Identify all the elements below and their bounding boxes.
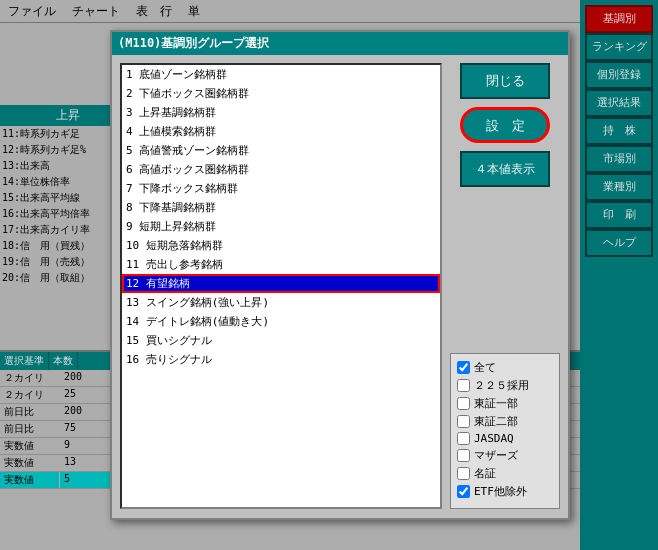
list-item[interactable]: 3 上昇基調銘柄群: [122, 103, 440, 122]
list-item[interactable]: 2 下値ボックス圏銘柄群: [122, 84, 440, 103]
list-item[interactable]: 10 短期急落銘柄群: [122, 236, 440, 255]
checkbox-row: 名証: [457, 466, 553, 481]
list-item[interactable]: 16 売りシグナル: [122, 350, 440, 369]
checkbox-label: マザーズ: [474, 448, 518, 463]
checkbox-row: ２２５採用: [457, 378, 553, 393]
right-controls: 閉じる 設 定 ４本値表示 全て２２５採用東証一部東証二部JASDAQマザーズ名…: [450, 63, 560, 509]
checkbox-label: 東証二部: [474, 414, 518, 429]
list-item[interactable]: 4 上値模索銘柄群: [122, 122, 440, 141]
list-item[interactable]: 9 短期上昇銘柄群: [122, 217, 440, 236]
list-item[interactable]: 12 有望銘柄: [122, 274, 440, 293]
settings-button[interactable]: 設 定: [460, 107, 550, 143]
list-item[interactable]: 14 デイトレ銘柄(値動き大): [122, 312, 440, 331]
checkbox-label: 全て: [474, 360, 496, 375]
checkbox-row: 全て: [457, 360, 553, 375]
checkbox-area: 全て２２５採用東証一部東証二部JASDAQマザーズ名証ETF他除外: [450, 353, 560, 509]
list-item[interactable]: 13 スイング銘柄(強い上昇): [122, 293, 440, 312]
checkbox-row: ETF他除外: [457, 484, 553, 499]
checkbox-row: JASDAQ: [457, 432, 553, 445]
checkbox-label: 名証: [474, 466, 496, 481]
modal-titlebar: (M110)基調別グループ選択: [112, 32, 568, 55]
checkbox-input[interactable]: [457, 432, 470, 445]
checkbox-input[interactable]: [457, 361, 470, 374]
list-item[interactable]: 7 下降ボックス銘柄群: [122, 179, 440, 198]
checkbox-row: 東証一部: [457, 396, 553, 411]
group-list[interactable]: 1 底値ゾーン銘柄群 2 下値ボックス圏銘柄群 3 上昇基調銘柄群 4 上値模索…: [120, 63, 442, 509]
checkbox-label: ２２５採用: [474, 378, 529, 393]
checkbox-input[interactable]: [457, 449, 470, 462]
checkbox-label: JASDAQ: [474, 432, 514, 445]
list-item[interactable]: 6 高値ボックス圏銘柄群: [122, 160, 440, 179]
list-item[interactable]: 5 高値警戒ゾーン銘柄群: [122, 141, 440, 160]
checkbox-input[interactable]: [457, 397, 470, 410]
checkbox-input[interactable]: [457, 415, 470, 428]
modal-dialog: (M110)基調別グループ選択 1 底値ゾーン銘柄群 2 下値ボックス圏銘柄群 …: [110, 30, 570, 520]
checkbox-label: ETF他除外: [474, 484, 527, 499]
modal-overlay: (M110)基調別グループ選択 1 底値ゾーン銘柄群 2 下値ボックス圏銘柄群 …: [0, 0, 658, 550]
modal-title: (M110)基調別グループ選択: [118, 35, 269, 52]
checkbox-input[interactable]: [457, 467, 470, 480]
list-item[interactable]: 15 買いシグナル: [122, 331, 440, 350]
list-item[interactable]: 8 下降基調銘柄群: [122, 198, 440, 217]
list-item[interactable]: 1 底値ゾーン銘柄群: [122, 65, 440, 84]
checkbox-row: 東証二部: [457, 414, 553, 429]
checkbox-input[interactable]: [457, 485, 470, 498]
list-item[interactable]: 11 売出し参考銘柄: [122, 255, 440, 274]
four-display-button[interactable]: ４本値表示: [460, 151, 550, 187]
close-button[interactable]: 閉じる: [460, 63, 550, 99]
checkbox-row: マザーズ: [457, 448, 553, 463]
checkbox-input[interactable]: [457, 379, 470, 392]
checkbox-label: 東証一部: [474, 396, 518, 411]
modal-body: 1 底値ゾーン銘柄群 2 下値ボックス圏銘柄群 3 上昇基調銘柄群 4 上値模索…: [112, 55, 568, 517]
